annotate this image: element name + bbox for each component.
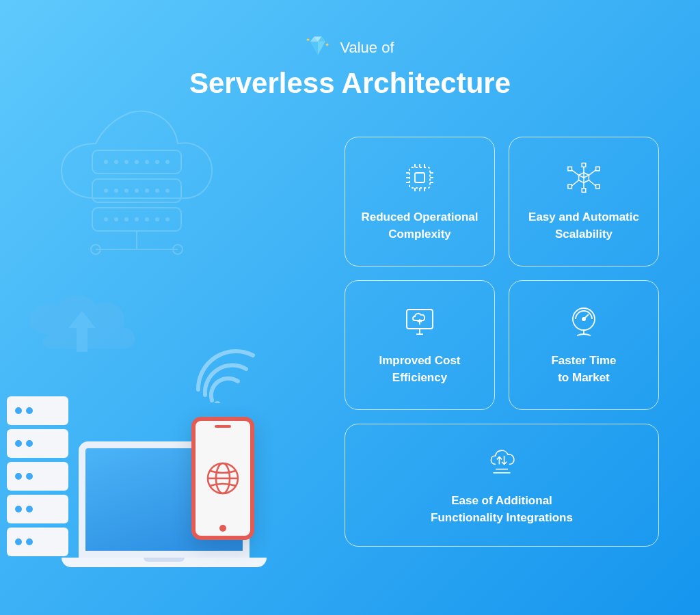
svg-line-56 — [579, 175, 584, 178]
svg-point-13 — [135, 160, 139, 164]
svg-line-66 — [589, 169, 595, 174]
svg-point-14 — [145, 160, 149, 164]
svg-line-64 — [571, 169, 578, 174]
svg-rect-40 — [409, 167, 430, 188]
svg-point-26 — [124, 217, 129, 221]
value-cards-grid: Reduced OperationalComplexity Easy and A… — [345, 137, 659, 547]
diamond-icon — [306, 34, 330, 62]
svg-marker-5 — [306, 38, 310, 41]
card-label: Reduced OperationalComplexity — [362, 208, 479, 243]
svg-point-29 — [155, 217, 159, 221]
card-integrations: Ease of AdditionalFunctionality Integrat… — [345, 424, 659, 547]
svg-rect-61 — [582, 188, 586, 192]
svg-rect-67 — [568, 184, 572, 189]
card-label: Faster Timeto Market — [551, 352, 616, 387]
card-cost-efficiency: Improved CostEfficiency — [345, 280, 495, 410]
svg-point-11 — [114, 160, 118, 164]
svg-rect-59 — [582, 163, 586, 167]
svg-point-19 — [124, 189, 129, 193]
svg-point-25 — [114, 217, 118, 221]
svg-point-24 — [104, 217, 108, 221]
svg-point-12 — [124, 160, 129, 164]
svg-point-23 — [165, 189, 170, 193]
gauge-icon — [567, 304, 601, 338]
card-scalability: Easy and AutomaticScalability — [509, 137, 659, 266]
card-label: Ease of AdditionalFunctionality Integrat… — [431, 492, 573, 527]
svg-point-10 — [104, 160, 108, 164]
server-stack-icon — [7, 396, 68, 560]
card-reduced-complexity: Reduced OperationalComplexity — [345, 137, 495, 266]
svg-point-18 — [114, 189, 118, 193]
svg-point-28 — [145, 217, 149, 221]
globe-icon — [206, 461, 240, 495]
svg-point-16 — [165, 160, 170, 164]
server-cloud-bg-icon — [55, 102, 219, 280]
svg-rect-65 — [596, 167, 600, 171]
svg-rect-63 — [568, 167, 572, 171]
cpu-chip-icon — [403, 161, 437, 195]
svg-point-21 — [145, 189, 149, 193]
card-label: Improved CostEfficiency — [379, 352, 460, 387]
network-cube-icon — [567, 161, 601, 195]
svg-rect-69 — [596, 184, 600, 189]
svg-point-30 — [165, 217, 170, 221]
svg-point-27 — [135, 217, 139, 221]
svg-point-20 — [135, 189, 139, 193]
phone-icon — [191, 417, 254, 540]
page-header: Value of Serverless Architecture — [0, 0, 700, 100]
card-time-to-market: Faster Timeto Market — [509, 280, 659, 410]
monitor-upload-icon — [403, 304, 437, 338]
svg-point-17 — [104, 189, 108, 193]
cloud-sync-icon — [485, 444, 519, 478]
svg-marker-6 — [325, 43, 329, 46]
svg-line-70 — [589, 180, 595, 185]
header-title: Serverless Architecture — [0, 67, 700, 100]
card-label: Easy and AutomaticScalability — [528, 208, 639, 243]
svg-point-22 — [155, 189, 159, 193]
header-subtitle: Value of — [340, 39, 394, 57]
svg-line-57 — [584, 175, 589, 178]
svg-point-77 — [582, 318, 585, 320]
svg-point-15 — [155, 160, 159, 164]
svg-rect-41 — [415, 173, 425, 182]
svg-marker-4 — [311, 42, 319, 55]
devices-illustration — [0, 328, 301, 574]
svg-line-68 — [571, 180, 578, 185]
